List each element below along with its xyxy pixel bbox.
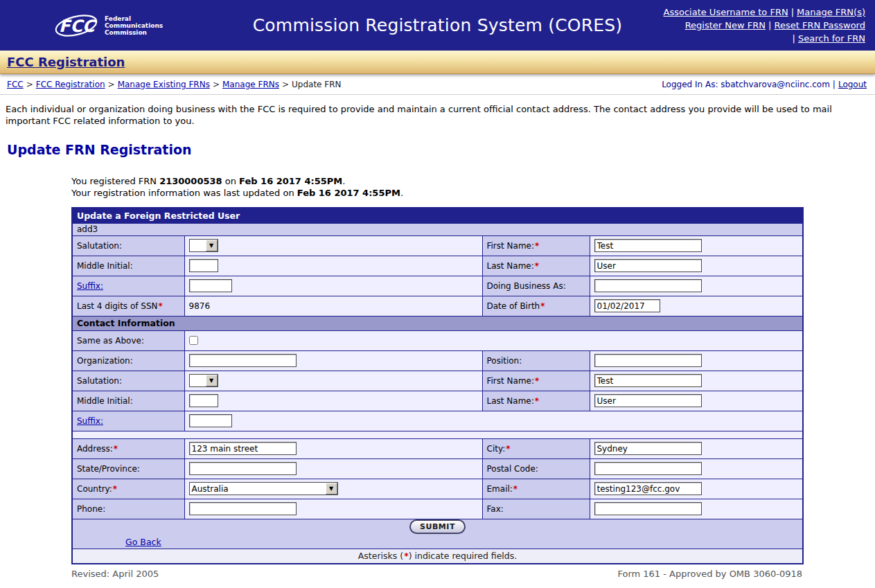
breadcrumb-fcc[interactable]: FCC bbox=[7, 80, 24, 89]
suffix-link[interactable]: Suffix: bbox=[77, 281, 103, 291]
go-back-link[interactable]: Go Back bbox=[125, 537, 161, 547]
organization-field-cell bbox=[184, 350, 482, 371]
contact-first-name-label-text: First Name: bbox=[487, 376, 535, 386]
city-input[interactable] bbox=[594, 442, 702, 455]
logged-in-email: sbatchvarova@nciinc.com bbox=[721, 80, 830, 89]
salutation-select-arrow-icon[interactable]: ▼ bbox=[206, 240, 218, 251]
state-province-input[interactable] bbox=[189, 462, 297, 475]
form-row: Middle Initial:Last Name:* bbox=[72, 256, 803, 276]
organization-input[interactable] bbox=[189, 354, 297, 367]
required-asterisk: * bbox=[513, 484, 518, 494]
date-of-birth-field-cell bbox=[590, 296, 803, 316]
section-header-contact-information: Contact Information bbox=[72, 316, 803, 330]
phone-input[interactable] bbox=[189, 502, 297, 515]
first-name-input[interactable] bbox=[594, 239, 702, 252]
contact-middle-initial-input[interactable] bbox=[189, 394, 218, 407]
submit-button[interactable]: SUBMIT bbox=[409, 519, 466, 534]
form-row: Middle Initial:Last Name:* bbox=[72, 391, 803, 411]
last-name-input[interactable] bbox=[594, 259, 702, 272]
intro-text: Each individual or organization doing bu… bbox=[6, 103, 869, 127]
footer-revised: Revised: April 2005 bbox=[71, 569, 159, 579]
email-label: Email:* bbox=[482, 479, 590, 499]
required-asterisk: * bbox=[535, 261, 539, 271]
position-input[interactable] bbox=[594, 354, 702, 367]
associate-username-link[interactable]: Associate Username to FRN bbox=[664, 7, 788, 17]
note-text-pre: Asterisks ( bbox=[358, 551, 403, 561]
address-label-text: Address: bbox=[77, 444, 113, 454]
ssn-label-text: Last 4 digits of SSN bbox=[77, 301, 158, 311]
contact-suffix-link[interactable]: Suffix: bbox=[77, 416, 103, 426]
contact-middle-initial-label-text: Middle Initial: bbox=[77, 396, 133, 406]
middle-initial-input[interactable] bbox=[189, 259, 218, 272]
email-input[interactable] bbox=[594, 482, 702, 495]
dob-input[interactable] bbox=[594, 299, 660, 312]
contact-salutation-select-arrow-icon[interactable]: ▼ bbox=[206, 375, 218, 386]
first-name-label-text: First Name: bbox=[487, 241, 535, 251]
contact-last-name-input[interactable] bbox=[594, 394, 702, 407]
form-subheader-row: add3 bbox=[72, 223, 803, 235]
same-as-above-checkbox[interactable] bbox=[189, 336, 198, 345]
logout-link[interactable]: Logout bbox=[838, 80, 867, 89]
salutation-label-text: Salutation: bbox=[77, 241, 122, 251]
position-field-cell bbox=[590, 350, 803, 371]
same-as-above-label: Same as Above: bbox=[72, 330, 184, 350]
same-as-above-field-cell bbox=[184, 330, 803, 350]
fcc-registration-link[interactable]: FCC Registration bbox=[7, 55, 125, 69]
doing-business-as-label: Doing Business As: bbox=[482, 276, 590, 296]
salutation-field-cell: ▼ bbox=[184, 235, 482, 256]
form-row: Phone:Fax: bbox=[72, 499, 803, 519]
register-new-frn-link[interactable]: Register New FRN bbox=[685, 20, 766, 30]
registered-line-end: . bbox=[342, 176, 345, 186]
dba-input[interactable] bbox=[594, 279, 702, 292]
manage-frns-link[interactable]: Manage FRN(s) bbox=[797, 7, 865, 17]
country-select-arrow-icon[interactable]: ▼ bbox=[326, 483, 337, 495]
state-province-label-text: State/Province: bbox=[77, 464, 140, 474]
contact-first-name-input[interactable] bbox=[594, 374, 702, 387]
postal-code-label-text: Postal Code: bbox=[487, 464, 538, 474]
reset-frn-password-link[interactable]: Reset FRN Password bbox=[774, 20, 865, 30]
state-province-label: State/Province: bbox=[72, 458, 184, 479]
postal-code-input[interactable] bbox=[594, 462, 702, 475]
address-field-cell bbox=[184, 438, 482, 458]
registered-date: Feb 16 2017 4:55PM bbox=[239, 176, 342, 186]
page-title: Update FRN Registration bbox=[7, 142, 875, 157]
form-row: Same as Above: bbox=[72, 330, 803, 350]
organization-label-text: Organization: bbox=[77, 356, 133, 366]
phone-label-text: Phone: bbox=[77, 504, 105, 514]
contact-salutation-select[interactable]: ▼ bbox=[189, 374, 218, 387]
header-links-row-3: |Search for FRN bbox=[664, 32, 865, 45]
salutation-select[interactable]: ▼ bbox=[189, 239, 218, 252]
breadcrumb-manage-existing-frns[interactable]: Manage Existing FRNs bbox=[118, 80, 210, 89]
middle-initial-label-text: Middle Initial: bbox=[77, 261, 133, 271]
required-asterisk: * bbox=[535, 241, 539, 251]
breadcrumb-current: Update FRN bbox=[292, 80, 342, 89]
city-label: City:* bbox=[482, 438, 590, 458]
contact-middle-initial-label: Middle Initial: bbox=[72, 391, 184, 411]
postal-code-field-cell bbox=[590, 458, 803, 479]
note-text-post: ) indicate required fields. bbox=[409, 551, 518, 561]
address-input[interactable] bbox=[189, 442, 297, 455]
country-select[interactable]: Australia▼ bbox=[189, 482, 338, 495]
contact-suffix-input[interactable] bbox=[189, 414, 232, 427]
page: FCC Federal Communications Commission Co… bbox=[0, 0, 875, 588]
address-label: Address:* bbox=[72, 438, 184, 458]
suffix-input[interactable] bbox=[189, 279, 232, 292]
contact-salutation-field-cell: ▼ bbox=[184, 371, 482, 391]
footer-form-number: Form 161 - Approved by OMB 3060-0918 bbox=[617, 569, 802, 579]
page-footer: Revised: April 2005 Form 161 - Approved … bbox=[71, 569, 802, 579]
updated-line-prefix: Your registration information was last u… bbox=[71, 188, 297, 198]
required-asterisk: * bbox=[506, 444, 510, 454]
fax-input[interactable] bbox=[594, 502, 702, 515]
breadcrumb-manage-frns[interactable]: Manage FRNs bbox=[222, 80, 279, 89]
contact-salutation-label: Salutation: bbox=[72, 371, 184, 391]
form-row bbox=[72, 431, 803, 438]
contact-suffix-label: Suffix: bbox=[72, 411, 184, 431]
search-for-frn-link[interactable]: Search for FRN bbox=[798, 33, 865, 44]
registered-line-prefix: You registered FRN bbox=[71, 176, 159, 186]
required-asterisk: * bbox=[540, 301, 545, 311]
breadcrumb-fcc-registration[interactable]: FCC Registration bbox=[36, 80, 105, 89]
required-asterisk: * bbox=[113, 484, 117, 494]
salutation-label: Salutation: bbox=[72, 235, 184, 256]
contact-first-name-label: First Name:* bbox=[482, 371, 590, 391]
contact-suffix-field-cell bbox=[184, 411, 803, 431]
